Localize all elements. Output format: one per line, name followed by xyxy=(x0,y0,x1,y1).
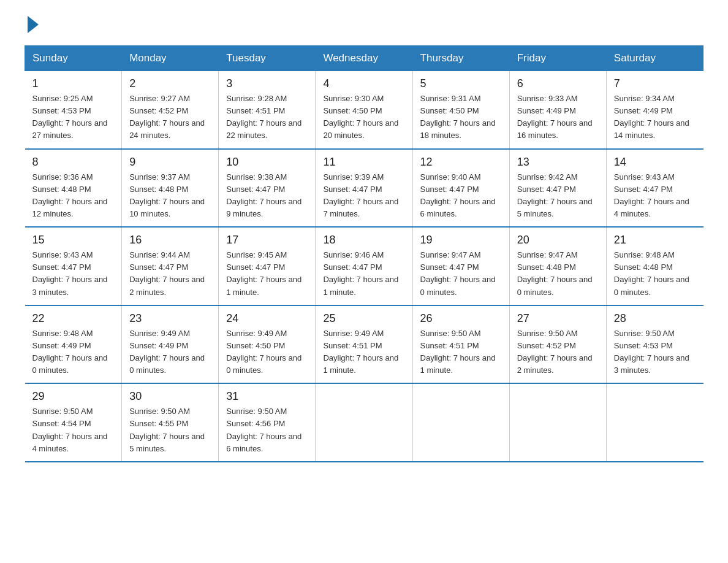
calendar-week-row: 22 Sunrise: 9:48 AMSunset: 4:49 PMDaylig… xyxy=(25,305,703,384)
day-info: Sunrise: 9:36 AMSunset: 4:48 PMDaylight:… xyxy=(32,172,108,218)
calendar-table: SundayMondayTuesdayWednesdayThursdayFrid… xyxy=(25,45,703,462)
day-info: Sunrise: 9:44 AMSunset: 4:47 PMDaylight:… xyxy=(129,250,205,296)
day-number: 25 xyxy=(323,312,404,325)
calendar-cell: 19 Sunrise: 9:47 AMSunset: 4:47 PMDaylig… xyxy=(412,227,509,305)
weekday-header-tuesday: Tuesday xyxy=(219,46,316,71)
day-number: 15 xyxy=(32,234,115,247)
day-info: Sunrise: 9:48 AMSunset: 4:49 PMDaylight:… xyxy=(32,329,108,375)
weekday-header-sunday: Sunday xyxy=(25,46,122,71)
day-number: 21 xyxy=(614,234,696,247)
calendar-cell: 11 Sunrise: 9:39 AMSunset: 4:47 PMDaylig… xyxy=(316,149,412,228)
calendar-cell: 20 Sunrise: 9:47 AMSunset: 4:48 PMDaylig… xyxy=(509,227,606,305)
calendar-week-row: 29 Sunrise: 9:50 AMSunset: 4:54 PMDaylig… xyxy=(25,383,703,462)
calendar-cell xyxy=(509,383,606,462)
calendar-cell: 1 Sunrise: 9:25 AMSunset: 4:53 PMDayligh… xyxy=(25,71,122,149)
day-number: 31 xyxy=(226,390,308,403)
calendar-cell: 8 Sunrise: 9:36 AMSunset: 4:48 PMDayligh… xyxy=(25,149,122,228)
day-info: Sunrise: 9:50 AMSunset: 4:51 PMDaylight:… xyxy=(420,329,496,375)
calendar-cell: 18 Sunrise: 9:46 AMSunset: 4:47 PMDaylig… xyxy=(316,227,412,305)
day-info: Sunrise: 9:50 AMSunset: 4:53 PMDaylight:… xyxy=(614,329,689,375)
day-info: Sunrise: 9:42 AMSunset: 4:47 PMDaylight:… xyxy=(517,172,593,218)
calendar-cell: 22 Sunrise: 9:48 AMSunset: 4:49 PMDaylig… xyxy=(25,305,122,384)
weekday-header-monday: Monday xyxy=(122,46,219,71)
day-info: Sunrise: 9:49 AMSunset: 4:49 PMDaylight:… xyxy=(129,329,205,375)
day-number: 16 xyxy=(129,234,211,247)
day-number: 18 xyxy=(323,234,404,247)
day-number: 3 xyxy=(226,77,308,90)
day-number: 30 xyxy=(129,390,211,403)
day-number: 2 xyxy=(129,77,211,90)
calendar-cell: 12 Sunrise: 9:40 AMSunset: 4:47 PMDaylig… xyxy=(412,149,509,228)
day-number: 8 xyxy=(32,156,115,169)
day-number: 11 xyxy=(323,156,404,169)
day-number: 9 xyxy=(129,156,211,169)
day-info: Sunrise: 9:28 AMSunset: 4:51 PMDaylight:… xyxy=(226,94,301,140)
calendar-cell: 6 Sunrise: 9:33 AMSunset: 4:49 PMDayligh… xyxy=(509,71,606,149)
calendar-cell: 5 Sunrise: 9:31 AMSunset: 4:50 PMDayligh… xyxy=(412,71,509,149)
day-number: 26 xyxy=(420,312,502,325)
day-info: Sunrise: 9:48 AMSunset: 4:48 PMDaylight:… xyxy=(614,250,689,296)
day-info: Sunrise: 9:43 AMSunset: 4:47 PMDaylight:… xyxy=(614,172,689,218)
day-number: 20 xyxy=(517,234,599,247)
day-info: Sunrise: 9:50 AMSunset: 4:54 PMDaylight:… xyxy=(32,407,108,453)
weekday-header-saturday: Saturday xyxy=(606,46,703,71)
weekday-header-friday: Friday xyxy=(509,46,606,71)
day-number: 5 xyxy=(420,77,502,90)
day-number: 23 xyxy=(129,312,211,325)
calendar-cell: 28 Sunrise: 9:50 AMSunset: 4:53 PMDaylig… xyxy=(606,305,703,384)
calendar-week-row: 8 Sunrise: 9:36 AMSunset: 4:48 PMDayligh… xyxy=(25,149,703,228)
calendar-cell: 26 Sunrise: 9:50 AMSunset: 4:51 PMDaylig… xyxy=(412,305,509,384)
day-info: Sunrise: 9:47 AMSunset: 4:47 PMDaylight:… xyxy=(420,250,496,296)
calendar-cell: 27 Sunrise: 9:50 AMSunset: 4:52 PMDaylig… xyxy=(509,305,606,384)
day-info: Sunrise: 9:25 AMSunset: 4:53 PMDaylight:… xyxy=(32,94,108,140)
weekday-header-thursday: Thursday xyxy=(412,46,509,71)
day-info: Sunrise: 9:50 AMSunset: 4:56 PMDaylight:… xyxy=(226,407,301,453)
day-number: 14 xyxy=(614,156,696,169)
calendar-cell: 23 Sunrise: 9:49 AMSunset: 4:49 PMDaylig… xyxy=(122,305,219,384)
day-info: Sunrise: 9:46 AMSunset: 4:47 PMDaylight:… xyxy=(323,250,398,296)
calendar-cell: 25 Sunrise: 9:49 AMSunset: 4:51 PMDaylig… xyxy=(316,305,412,384)
day-info: Sunrise: 9:39 AMSunset: 4:47 PMDaylight:… xyxy=(323,172,398,218)
day-number: 28 xyxy=(614,312,696,325)
calendar-cell: 13 Sunrise: 9:42 AMSunset: 4:47 PMDaylig… xyxy=(509,149,606,228)
logo xyxy=(25,18,39,33)
calendar-cell: 30 Sunrise: 9:50 AMSunset: 4:55 PMDaylig… xyxy=(122,383,219,462)
day-info: Sunrise: 9:40 AMSunset: 4:47 PMDaylight:… xyxy=(420,172,496,218)
calendar-cell: 24 Sunrise: 9:49 AMSunset: 4:50 PMDaylig… xyxy=(219,305,316,384)
day-number: 12 xyxy=(420,156,502,169)
calendar-cell: 10 Sunrise: 9:38 AMSunset: 4:47 PMDaylig… xyxy=(219,149,316,228)
calendar-week-row: 15 Sunrise: 9:43 AMSunset: 4:47 PMDaylig… xyxy=(25,227,703,305)
day-info: Sunrise: 9:47 AMSunset: 4:48 PMDaylight:… xyxy=(517,250,593,296)
page-header xyxy=(25,18,703,33)
day-info: Sunrise: 9:50 AMSunset: 4:55 PMDaylight:… xyxy=(129,407,205,453)
day-number: 17 xyxy=(226,234,308,247)
calendar-cell xyxy=(606,383,703,462)
day-number: 6 xyxy=(517,77,599,90)
day-info: Sunrise: 9:43 AMSunset: 4:47 PMDaylight:… xyxy=(32,250,108,296)
calendar-cell: 2 Sunrise: 9:27 AMSunset: 4:52 PMDayligh… xyxy=(122,71,219,149)
calendar-cell: 15 Sunrise: 9:43 AMSunset: 4:47 PMDaylig… xyxy=(25,227,122,305)
day-number: 13 xyxy=(517,156,599,169)
calendar-cell: 4 Sunrise: 9:30 AMSunset: 4:50 PMDayligh… xyxy=(316,71,412,149)
day-info: Sunrise: 9:31 AMSunset: 4:50 PMDaylight:… xyxy=(420,94,496,140)
day-info: Sunrise: 9:33 AMSunset: 4:49 PMDaylight:… xyxy=(517,94,593,140)
calendar-cell xyxy=(316,383,412,462)
day-number: 1 xyxy=(32,77,115,90)
day-number: 7 xyxy=(614,77,696,90)
day-info: Sunrise: 9:50 AMSunset: 4:52 PMDaylight:… xyxy=(517,329,593,375)
day-info: Sunrise: 9:49 AMSunset: 4:51 PMDaylight:… xyxy=(323,329,398,375)
day-number: 10 xyxy=(226,156,308,169)
day-number: 24 xyxy=(226,312,308,325)
calendar-cell: 29 Sunrise: 9:50 AMSunset: 4:54 PMDaylig… xyxy=(25,383,122,462)
calendar-cell: 31 Sunrise: 9:50 AMSunset: 4:56 PMDaylig… xyxy=(219,383,316,462)
day-info: Sunrise: 9:30 AMSunset: 4:50 PMDaylight:… xyxy=(323,94,398,140)
logo-arrow-icon xyxy=(28,16,39,33)
calendar-cell: 7 Sunrise: 9:34 AMSunset: 4:49 PMDayligh… xyxy=(606,71,703,149)
calendar-week-row: 1 Sunrise: 9:25 AMSunset: 4:53 PMDayligh… xyxy=(25,71,703,149)
calendar-cell: 17 Sunrise: 9:45 AMSunset: 4:47 PMDaylig… xyxy=(219,227,316,305)
calendar-cell: 21 Sunrise: 9:48 AMSunset: 4:48 PMDaylig… xyxy=(606,227,703,305)
day-info: Sunrise: 9:27 AMSunset: 4:52 PMDaylight:… xyxy=(129,94,205,140)
day-info: Sunrise: 9:34 AMSunset: 4:49 PMDaylight:… xyxy=(614,94,689,140)
day-info: Sunrise: 9:38 AMSunset: 4:47 PMDaylight:… xyxy=(226,172,301,218)
day-number: 19 xyxy=(420,234,502,247)
